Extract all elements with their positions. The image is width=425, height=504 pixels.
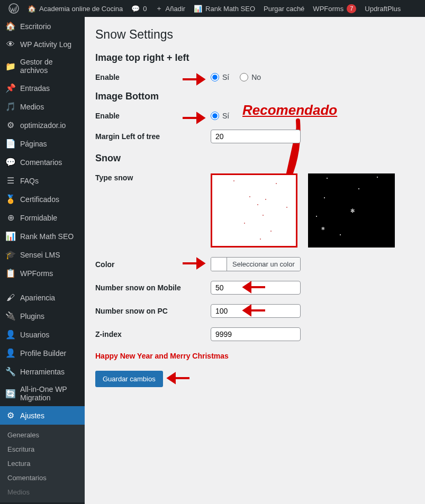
main-content: Snow Settings Image top right + left Ena… (85, 17, 425, 504)
row-num-pc: Number snow on PC (95, 304, 414, 318)
enable-top-label: Enable (95, 73, 211, 81)
plugin-icon: 🔌 (5, 311, 16, 321)
sidebar-item-label: optimizador.io (20, 121, 66, 130)
settings-submenu: Generales Escritura Lectura Comentarios … (0, 425, 85, 502)
sidebar-item-label: FAQs (20, 177, 39, 185)
sidebar-item-comentarios[interactable]: 💬Comentarios (0, 153, 85, 171)
snow-type-white[interactable] (211, 173, 297, 248)
sidebar-item-apariencia[interactable]: 🖌Apariencia (0, 289, 85, 307)
wpforms-label: WPForms (313, 5, 343, 13)
settings-icon: ⚙ (5, 410, 16, 420)
migration-icon: 🔄 (5, 389, 16, 399)
wpforms-link[interactable]: WPForms 7 (309, 0, 360, 17)
sensei-icon: 🎓 (5, 250, 16, 260)
sidebar-item-usuarios[interactable]: 👤Usuarios (0, 325, 85, 344)
sidebar-item-wpforms[interactable]: 📋WPForms (0, 264, 85, 282)
radio-label: No (251, 73, 261, 81)
radio-enable-top-no[interactable]: No (240, 73, 261, 81)
sidebar-item-label: Rank Math SEO (20, 232, 74, 241)
sidebar-item-optimizador[interactable]: ⚙optimizador.io (0, 116, 85, 134)
radio-label: Sí (222, 112, 229, 120)
brush-icon: 🖌 (5, 293, 16, 303)
row-num-mobile: Number snow on Mobile (95, 281, 414, 295)
sidebar-item-label: Certificados (20, 195, 59, 204)
num-pc-input[interactable] (211, 304, 301, 318)
submenu-escritura[interactable]: Escritura (0, 442, 85, 456)
zindex-input[interactable] (211, 327, 301, 341)
submenu-generales[interactable]: Generales (0, 428, 85, 442)
sidebar-item-faqs[interactable]: ☰FAQs (0, 171, 85, 190)
radio-enable-top-yes[interactable]: Sí (211, 73, 229, 81)
home-icon: 🏠 (28, 5, 36, 13)
snow-type-black[interactable]: ✻ ✻ (308, 173, 395, 248)
radio-enable-bottom-yes[interactable]: Sí (211, 112, 229, 120)
chart-icon: 📊 (5, 231, 16, 241)
recomendado-label: Recomendado (242, 102, 337, 118)
type-snow-label: Type snow (95, 173, 211, 182)
rankmath-link[interactable]: 📊 Rank Math SEO (189, 0, 259, 17)
sidebar-item-certificados[interactable]: 🏅Certificados (0, 190, 85, 208)
sidebar-item-label: Sensei LMS (20, 251, 60, 259)
sidebar-item-ajustes[interactable]: ⚙Ajustes (0, 406, 85, 425)
section-top-heading: Image top right + left (95, 52, 414, 63)
radio-input[interactable] (211, 73, 219, 81)
site-name: Academia online de Cocina (39, 5, 123, 13)
sidebar-item-entradas[interactable]: 📌Entradas (0, 79, 85, 97)
purge-cache-link[interactable]: Purgar caché (259, 0, 309, 17)
comments-link[interactable]: 💬 0 (127, 0, 151, 17)
row-zindex: Z-index (95, 327, 414, 341)
add-new-link[interactable]: ＋ Añadir (151, 0, 190, 17)
gear-icon: ⚙ (5, 120, 16, 130)
sidebar-item-label: Formidable (20, 214, 57, 222)
sidebar-item-label: WP Activity Log (20, 40, 71, 49)
sidebar-item-medios[interactable]: 🎵Medios (0, 97, 85, 116)
submenu-comentarios[interactable]: Comentarios (0, 471, 85, 485)
sidebar-item-plugins[interactable]: 🔌Plugins (0, 307, 85, 325)
sidebar-item-label: Apariencia (20, 294, 55, 302)
row-type-snow: Type snow ✻ ✻ (95, 173, 414, 248)
enable-bottom-label: Enable (95, 112, 211, 120)
cert-icon: 🏅 (5, 194, 16, 204)
submenu-medios[interactable]: Medios (0, 485, 85, 499)
sidebar-item-files[interactable]: 📁Gestor de archivos (0, 53, 85, 79)
save-button[interactable]: Guardar cambios (95, 371, 163, 387)
sidebar-item-herramientas[interactable]: 🔧Herramientas (0, 362, 85, 381)
sidebar-item-formidable[interactable]: ⊕Formidable (0, 208, 85, 227)
color-picker-button[interactable]: Seleccionar un color (211, 257, 301, 271)
margin-left-input[interactable] (211, 130, 301, 143)
add-label: Añadir (166, 5, 186, 13)
radio-input[interactable] (211, 112, 219, 120)
sidebar-item-rankmath[interactable]: 📊Rank Math SEO (0, 227, 85, 245)
submenu-lectura[interactable]: Lectura (0, 456, 85, 471)
sidebar-item-label: Medios (20, 103, 44, 111)
wrench-icon: 🔧 (5, 366, 16, 377)
sidebar-item-migration[interactable]: 🔄All-in-One WP Migration (0, 381, 85, 406)
admin-bar: 🏠 Academia online de Cocina 💬 0 ＋ Añadir… (0, 0, 425, 17)
pin-icon: 📌 (5, 83, 16, 93)
sidebar-item-label: Herramientas (20, 368, 65, 376)
sidebar-item-label: WPForms (20, 269, 53, 278)
sidebar-item-paginas[interactable]: 📄Páginas (0, 134, 85, 153)
site-name-link[interactable]: 🏠 Academia online de Cocina (23, 0, 127, 17)
sidebar-item-escritorio[interactable]: 🏠Escritorio (0, 17, 85, 35)
color-select-label: Seleccionar un color (227, 258, 300, 271)
sidebar-item-label: Usuarios (20, 331, 49, 339)
sidebar-item-label: Entradas (20, 84, 50, 93)
sidebar-item-activity[interactable]: 👁WP Activity Log (0, 35, 85, 53)
sidebar-item-label: Gestor de archivos (20, 58, 79, 75)
purge-label: Purgar caché (264, 5, 304, 13)
sidebar-item-label: All-in-One WP Migration (20, 385, 79, 402)
num-mobile-input[interactable] (211, 281, 301, 295)
list-icon: ☰ (5, 176, 16, 186)
radio-input[interactable] (240, 73, 248, 81)
rankmath-label: Rank Math SEO (205, 5, 255, 13)
section-snow-heading: Snow (95, 153, 414, 164)
row-color: Color Seleccionar un color (95, 257, 414, 271)
sidebar-item-sensei[interactable]: 🎓Sensei LMS (0, 245, 85, 264)
sidebar-item-label: Comentarios (20, 158, 62, 167)
admin-sidebar: 🏠Escritorio 👁WP Activity Log 📁Gestor de … (0, 17, 85, 504)
page-title: Snow Settings (95, 28, 414, 42)
wp-logo[interactable] (4, 0, 23, 17)
sidebar-item-profile[interactable]: 👤Profile Builder (0, 344, 85, 362)
updraft-link[interactable]: UpdraftPlus (360, 0, 405, 17)
